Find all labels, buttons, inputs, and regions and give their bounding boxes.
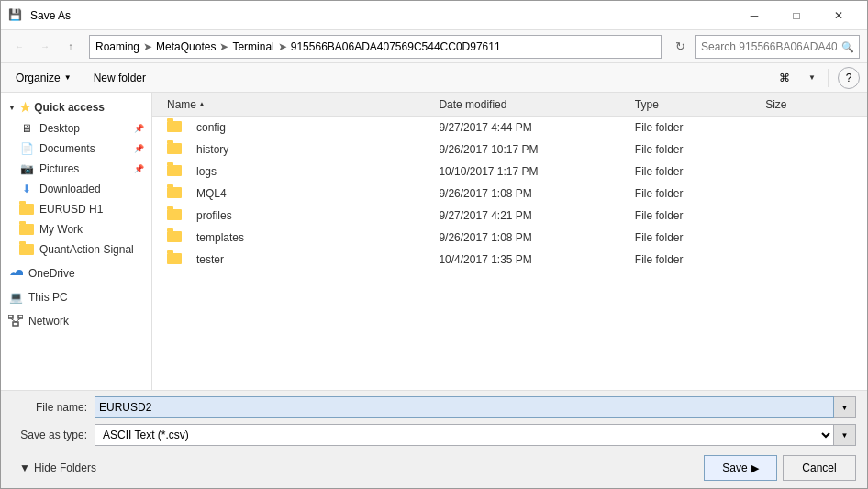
file-date-col: 9/26/2017 1:08 PM — [439, 187, 634, 200]
file-date-col: 9/26/2017 1:08 PM — [439, 231, 634, 244]
pin-icon-docs: 📌 — [134, 144, 144, 153]
column-type-header[interactable]: Type — [635, 98, 765, 111]
table-row[interactable]: MQL4 9/26/2017 1:08 PM File folder — [152, 183, 867, 205]
folder-icon — [167, 143, 185, 157]
new-folder-button[interactable]: New folder — [86, 67, 153, 89]
file-type-col: File folder — [635, 231, 765, 244]
file-name-col: MQL4 — [167, 187, 439, 201]
maximize-button[interactable]: □ — [775, 1, 818, 30]
savetype-select[interactable]: ASCII Text (*.csv) — [95, 424, 834, 446]
sidebar-item-network-label: Network — [28, 315, 69, 328]
sort-arrow-icon: ▲ — [198, 100, 206, 108]
filename-dropdown-arrow[interactable]: ▼ — [834, 396, 856, 418]
breadcrumb-sep-1: ➤ — [143, 40, 152, 53]
pin-icon-pics: 📌 — [134, 164, 144, 173]
sidebar-item-onedrive[interactable]: OneDrive — [1, 263, 151, 283]
bottom-bar: File name: ▼ Save as type: ASCII Text (*… — [1, 390, 867, 488]
organize-button[interactable]: Organize ▼ — [8, 67, 79, 89]
table-row[interactable]: profiles 9/27/2017 4:21 PM File folder — [152, 205, 867, 227]
quick-access-section: ▼ ★ Quick access 🖥 Desktop 📌 📄 Documents… — [1, 96, 151, 260]
save-as-dialog: 💾 Save As ─ □ ✕ ← → ↑ Roaming ➤ MetaQuot… — [0, 0, 868, 489]
table-row[interactable]: config 9/27/2017 4:44 PM File folder — [152, 117, 867, 139]
hide-folders-chevron-icon: ▼ — [19, 461, 30, 474]
folder-icon — [167, 209, 185, 223]
folder-icon — [167, 165, 185, 179]
sidebar-item-eurusd[interactable]: EURUSD H1 — [1, 199, 151, 219]
column-date-header[interactable]: Date modified — [439, 98, 634, 111]
sidebar-item-eurusd-label: EURUSD H1 — [39, 203, 103, 216]
new-folder-label: New folder — [94, 72, 146, 84]
sidebar-item-mywork-label: My Work — [39, 223, 83, 236]
svg-rect-1 — [8, 315, 13, 318]
file-date-col: 10/10/2017 1:17 PM — [439, 165, 634, 178]
desktop-icon: 🖥 — [19, 121, 34, 136]
folder-mywork-icon — [19, 222, 34, 237]
main-area: ▼ ★ Quick access 🖥 Desktop 📌 📄 Documents… — [1, 93, 867, 390]
refresh-button[interactable]: ↻ — [669, 36, 691, 58]
search-input[interactable] — [695, 35, 860, 59]
table-row[interactable]: logs 10/10/2017 1:17 PM File folder — [152, 161, 867, 183]
toolbar-divider — [828, 69, 829, 87]
up-button[interactable]: ↑ — [60, 36, 82, 58]
hide-folders-button[interactable]: ▼ Hide Folders — [12, 458, 104, 478]
savetype-row: Save as type: ASCII Text (*.csv) ▼ — [12, 424, 856, 446]
sidebar-item-downloaded[interactable]: ⬇ Downloaded — [1, 179, 151, 199]
file-date-col: 9/27/2017 4:21 PM — [439, 209, 634, 222]
quick-access-header[interactable]: ▼ ★ Quick access — [1, 96, 151, 118]
breadcrumb-sep-2: ➤ — [219, 40, 228, 53]
sidebar-item-thispc[interactable]: 💻 This PC — [1, 287, 151, 307]
cancel-label: Cancel — [802, 461, 836, 474]
file-type-col: File folder — [635, 187, 765, 200]
action-bar: ▼ Hide Folders Save ▶ Cancel — [12, 451, 856, 483]
window-title: Save As — [30, 9, 733, 22]
table-row[interactable]: tester 10/4/2017 1:35 PM File folder — [152, 249, 867, 271]
sidebar-item-network[interactable]: Network — [1, 311, 151, 331]
quick-access-label: Quick access — [34, 101, 105, 114]
sidebar-item-desktop-label: Desktop — [39, 122, 80, 135]
view-dropdown[interactable]: ▼ — [806, 67, 818, 89]
breadcrumb-item-id[interactable]: 915566BA06ADA407569C544CC0D97611 — [289, 40, 503, 53]
view-button[interactable]: ⌘ — [771, 67, 798, 89]
download-icon: ⬇ — [19, 182, 34, 196]
search-wrapper: 🔍 — [695, 35, 860, 59]
close-button[interactable]: ✕ — [818, 1, 860, 30]
breadcrumb-sep-3: ➤ — [278, 40, 287, 53]
cursor-icon: ▶ — [751, 462, 759, 474]
pictures-icon: 📷 — [19, 161, 34, 176]
onedrive-section: OneDrive — [1, 263, 151, 283]
breadcrumb-item-metaquotes[interactable]: MetaQuotes — [154, 40, 217, 53]
breadcrumb[interactable]: Roaming ➤ MetaQuotes ➤ Terminal ➤ 915566… — [89, 35, 662, 59]
minimize-button[interactable]: ─ — [733, 1, 775, 30]
sidebar: ▼ ★ Quick access 🖥 Desktop 📌 📄 Documents… — [1, 93, 152, 390]
sidebar-item-pictures[interactable]: 📷 Pictures 📌 — [1, 159, 151, 179]
table-row[interactable]: templates 9/26/2017 1:08 PM File folder — [152, 227, 867, 249]
network-icon — [8, 314, 23, 328]
file-name-col: profiles — [167, 209, 439, 223]
back-button[interactable]: ← — [8, 36, 30, 58]
file-date-col: 10/4/2017 1:35 PM — [439, 253, 634, 266]
folder-eurusd-icon — [19, 202, 34, 217]
table-row[interactable]: history 9/26/2017 10:17 PM File folder — [152, 139, 867, 161]
sidebar-item-pictures-label: Pictures — [39, 162, 79, 175]
breadcrumb-item-roaming[interactable]: Roaming — [94, 40, 141, 53]
sidebar-item-mywork[interactable]: My Work — [1, 219, 151, 239]
breadcrumb-item-terminal[interactable]: Terminal — [230, 40, 275, 53]
column-size-header[interactable]: Size — [765, 98, 852, 111]
window-controls: ─ □ ✕ — [733, 1, 860, 30]
folder-icon — [167, 231, 185, 245]
cancel-button[interactable]: Cancel — [783, 455, 856, 481]
savetype-dropdown-arrow[interactable]: ▼ — [834, 424, 856, 446]
column-name-header[interactable]: Name ▲ — [167, 98, 439, 111]
file-list: Name ▲ Date modified Type Size config — [152, 93, 867, 390]
onedrive-icon — [8, 266, 23, 281]
save-button[interactable]: Save ▶ — [704, 455, 777, 481]
help-button[interactable]: ? — [838, 67, 860, 89]
quick-access-chevron-icon: ▼ — [8, 104, 16, 112]
sidebar-item-documents[interactable]: 📄 Documents 📌 — [1, 139, 151, 159]
forward-button[interactable]: → — [34, 36, 56, 58]
filename-input[interactable] — [95, 396, 834, 418]
window-icon: 💾 — [8, 8, 23, 23]
sidebar-item-onedrive-label: OneDrive — [28, 267, 75, 280]
sidebar-item-desktop[interactable]: 🖥 Desktop 📌 — [1, 118, 151, 139]
sidebar-item-quantaction[interactable]: QuantAction Signal — [1, 239, 151, 260]
